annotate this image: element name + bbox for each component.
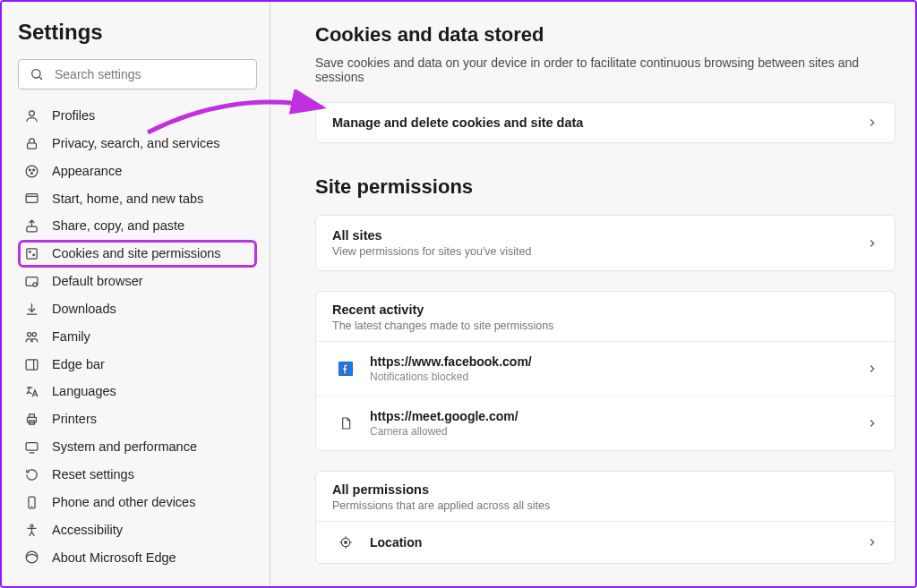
cookies-section-subtitle: Save cookies and data on your device in … [315,55,896,84]
svg-line-1 [39,77,42,80]
sidebar-item-label: Profiles [52,107,95,124]
recent-activity-title: Recent activity [332,303,878,317]
all-permissions-header: All permissions Permissions that are app… [316,472,895,522]
svg-rect-3 [27,143,36,149]
svg-point-15 [32,283,36,286]
sidebar-item-appearance[interactable]: Appearance [18,158,257,185]
settings-nav: Profiles Privacy, search, and services A… [18,102,257,571]
permission-location-row[interactable]: Location [316,522,895,563]
sidebar-item-about[interactable]: About Microsoft Edge [18,544,257,572]
sidebar-item-label: Privacy, search, and services [52,135,220,152]
svg-rect-23 [26,443,38,451]
svg-point-7 [30,172,32,174]
phone-icon [23,494,39,510]
download-icon [23,301,39,317]
all-sites-row[interactable]: All sites View permissions for sites you… [316,216,895,270]
recent-item-meet[interactable]: https://meet.google.com/ Camera allowed [316,396,895,450]
svg-point-13 [32,254,33,255]
svg-point-31 [345,541,347,544]
family-icon [23,328,39,345]
printer-icon [23,412,39,428]
lock-icon [23,135,39,151]
browser-icon [23,273,39,289]
all-sites-card: All sites View permissions for sites you… [315,215,896,271]
appearance-icon [23,163,39,179]
recent-item-url: https://www.facebook.com/ [370,354,532,369]
cookie-icon [23,246,39,262]
sidebar-item-label: Default browser [52,273,143,290]
sidebar-item-label: About Microsoft Edge [52,550,176,567]
sidebar-item-label: Printers [52,411,97,428]
manage-cookies-card: Manage and delete cookies and site data [315,102,896,143]
recent-item-url: https://meet.google.com/ [370,409,518,423]
sidebar-item-share[interactable]: Share, copy, and paste [18,212,257,240]
svg-point-28 [26,552,38,564]
chevron-right-icon [866,417,878,430]
sidebar-item-profiles[interactable]: Profiles [18,102,257,130]
search-settings-box[interactable] [18,59,257,89]
sidebar-item-accessibility[interactable]: Accessibility [18,516,257,544]
accessibility-icon [23,522,39,538]
sidebar-item-default-browser[interactable]: Default browser [18,268,257,295]
sidebar-item-label: System and performance [52,439,197,456]
svg-rect-8 [26,194,38,203]
main-content: Cookies and data stored Save cookies and… [270,2,915,586]
sidebar-item-edge-bar[interactable]: Edge bar [18,351,257,379]
recent-item-status: Camera allowed [370,425,518,438]
facebook-icon [338,361,354,377]
sidebar-item-label: Edge bar [52,356,105,373]
reset-icon [23,466,39,482]
location-icon [338,534,354,550]
recent-activity-card: Recent activity The latest changes made … [315,291,896,451]
chevron-right-icon [866,116,878,129]
search-input[interactable] [55,67,245,81]
system-icon [23,439,39,456]
svg-point-5 [29,169,30,171]
page-title: Settings [18,20,257,45]
sidebar-item-label: Cookies and site permissions [52,245,221,262]
sidebar-item-reset[interactable]: Reset settings [18,461,257,489]
sidebar-item-system[interactable]: System and performance [18,433,257,461]
recent-item-facebook[interactable]: https://www.facebook.com/ Notifications … [316,342,895,396]
file-icon [338,415,354,431]
sidebar-item-printers[interactable]: Printers [18,405,257,433]
settings-sidebar: Settings Profiles Privacy, search, and s… [2,2,270,586]
sidebar-item-label: Accessibility [52,522,123,539]
recent-item-status: Notifications blocked [370,371,532,383]
sidebar-item-cookies[interactable]: Cookies and site permissions [18,240,257,268]
all-permissions-title: All permissions [332,482,878,497]
svg-point-18 [32,332,36,336]
sidebar-item-label: Languages [52,383,116,400]
languages-icon [23,384,39,400]
permission-location-label: Location [370,535,422,550]
recent-activity-header: Recent activity The latest changes made … [316,292,895,342]
share-icon [23,218,39,234]
sidebar-item-label: Share, copy, and paste [52,217,184,234]
profile-icon [23,107,39,124]
chevron-right-icon [866,362,878,375]
edge-bar-icon [23,356,39,372]
chevron-right-icon [866,237,878,250]
sidebar-item-label: Reset settings [52,466,134,483]
all-sites-label: All sites [332,228,531,243]
sidebar-item-downloads[interactable]: Downloads [18,295,257,323]
sidebar-item-languages[interactable]: Languages [18,378,257,405]
sidebar-item-privacy[interactable]: Privacy, search, and services [18,130,257,158]
manage-cookies-row[interactable]: Manage and delete cookies and site data [316,103,895,142]
svg-rect-10 [26,227,36,233]
recent-activity-desc: The latest changes made to site permissi… [332,320,878,332]
all-permissions-desc: Permissions that are applied across all … [332,499,878,512]
site-permissions-title: Site permissions [315,175,896,199]
sidebar-item-label: Appearance [52,163,122,180]
all-sites-desc: View permissions for sites you've visite… [332,245,531,258]
sidebar-item-phone[interactable]: Phone and other devices [18,489,257,516]
svg-point-0 [32,70,40,78]
manage-cookies-label: Manage and delete cookies and site data [332,115,583,130]
tab-icon [23,191,39,207]
svg-point-2 [29,111,34,116]
cookies-section-title: Cookies and data stored [315,23,896,47]
sidebar-item-family[interactable]: Family [18,323,257,351]
chevron-right-icon [866,536,878,549]
all-permissions-card: All permissions Permissions that are app… [315,471,896,564]
sidebar-item-start[interactable]: Start, home, and new tabs [18,185,257,213]
